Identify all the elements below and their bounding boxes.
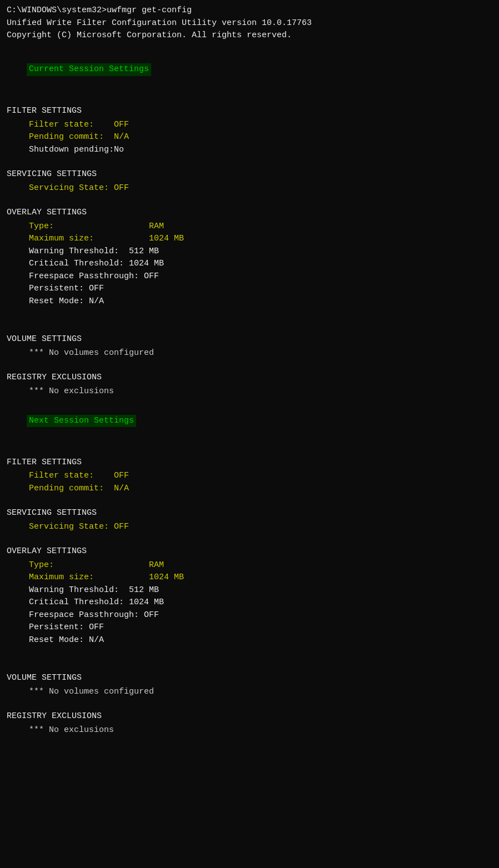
next-registry-label: REGISTRY EXCLUSIONS bbox=[7, 710, 492, 723]
current-overlay-freespace: Freespace Passthrough: OFF bbox=[7, 270, 492, 283]
current-overlay-settings-label: OVERLAY SETTINGS bbox=[7, 207, 492, 219]
next-overlay-freespace: Freespace Passthrough: OFF bbox=[7, 609, 492, 622]
current-filter-settings-label: FILTER SETTINGS bbox=[7, 105, 492, 118]
current-volume-message: *** No volumes configured bbox=[7, 347, 492, 360]
next-filter-pending: Pending commit: N/A bbox=[7, 483, 492, 495]
current-filter-state: Filter state: OFF bbox=[7, 119, 492, 132]
terminal-window: C:\WINDOWS\system32>uwfmgr get-config Un… bbox=[7, 4, 492, 736]
next-overlay-warning: Warning Threshold: 512 MB bbox=[7, 584, 492, 597]
current-overlay-warning: Warning Threshold: 512 MB bbox=[7, 245, 492, 258]
next-session-header: Next Session Settings bbox=[7, 402, 492, 440]
title-line2: Copyright (C) Microsoft Corporation. All… bbox=[7, 29, 492, 42]
prompt-line: C:\WINDOWS\system32>uwfmgr get-config bbox=[7, 4, 492, 17]
current-filter-shutdown: Shutdown pending:No bbox=[7, 144, 492, 157]
current-registry-message: *** No exclusions bbox=[7, 385, 492, 398]
current-volume-settings-label: VOLUME SETTINGS bbox=[7, 333, 492, 346]
current-servicing-state: Servicing State: OFF bbox=[7, 182, 492, 195]
next-volume-message: *** No volumes configured bbox=[7, 686, 492, 699]
current-overlay-critical: Critical Threshold: 1024 MB bbox=[7, 258, 492, 270]
next-registry-message: *** No exclusions bbox=[7, 724, 492, 737]
current-overlay-type: Type: RAM bbox=[7, 220, 492, 233]
current-overlay-maxsize: Maximum size: 1024 MB bbox=[7, 233, 492, 245]
next-volume-settings-label: VOLUME SETTINGS bbox=[7, 672, 492, 685]
next-overlay-reset: Reset Mode: N/A bbox=[7, 634, 492, 647]
next-servicing-state: Servicing State: OFF bbox=[7, 521, 492, 534]
next-overlay-maxsize: Maximum size: 1024 MB bbox=[7, 571, 492, 584]
title-line1: Unified Write Filter Configuration Utili… bbox=[7, 17, 492, 30]
current-registry-label: REGISTRY EXCLUSIONS bbox=[7, 372, 492, 384]
current-overlay-persistent: Persistent: OFF bbox=[7, 283, 492, 295]
next-servicing-settings-label: SERVICING SETTINGS bbox=[7, 507, 492, 520]
current-filter-pending: Pending commit: N/A bbox=[7, 131, 492, 144]
next-overlay-persistent: Persistent: OFF bbox=[7, 621, 492, 634]
next-overlay-type: Type: RAM bbox=[7, 559, 492, 572]
next-overlay-settings-label: OVERLAY SETTINGS bbox=[7, 545, 492, 558]
current-servicing-settings-label: SERVICING SETTINGS bbox=[7, 168, 492, 181]
next-overlay-critical: Critical Threshold: 1024 MB bbox=[7, 596, 492, 609]
current-overlay-reset: Reset Mode: N/A bbox=[7, 295, 492, 308]
next-filter-settings-label: FILTER SETTINGS bbox=[7, 456, 492, 469]
current-session-header: Current Session Settings bbox=[7, 51, 492, 89]
next-filter-state: Filter state: OFF bbox=[7, 470, 492, 483]
